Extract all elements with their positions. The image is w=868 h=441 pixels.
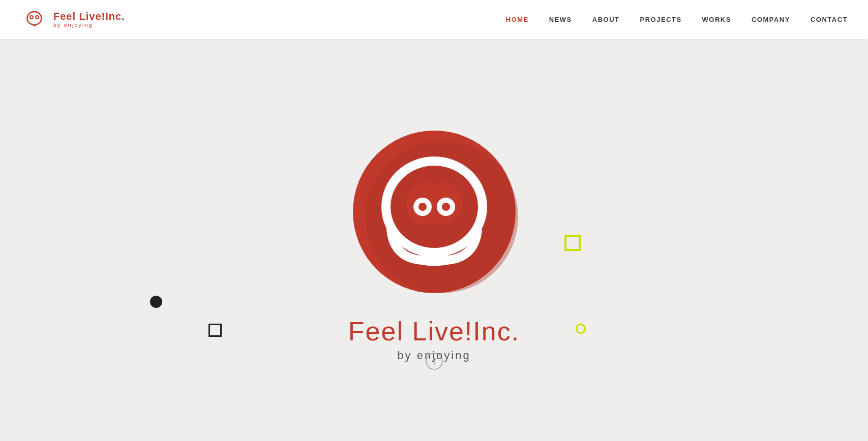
main-nav: HOME NEWS ABOUT PROJECTS WORKS COMPANY C… — [506, 16, 848, 23]
logo-sub-text: by enjoying — [53, 22, 125, 28]
nav-home[interactable]: HOME — [506, 16, 529, 23]
svg-point-3 — [36, 16, 39, 19]
scroll-down-icon — [425, 352, 443, 370]
hero-section: Feel Live!Inc. by enjoying — [0, 98, 868, 383]
nav-news[interactable]: NEWS — [549, 16, 572, 23]
nav-about[interactable]: ABOUT — [592, 16, 620, 23]
nav-projects[interactable]: PROJECTS — [640, 16, 682, 23]
main-content: Feel Live!Inc. by enjoying — [0, 0, 868, 441]
nav-contact[interactable]: CONTACT — [811, 16, 848, 23]
brand-text-main: Feel Live!Inc. — [348, 316, 520, 346]
deco-yellow-square — [564, 235, 581, 251]
scroll-indicator[interactable] — [425, 352, 443, 372]
logo-main-text: Feel Live!Inc. — [53, 11, 125, 22]
center-logo-svg — [348, 128, 521, 301]
svg-point-14 — [433, 358, 436, 361]
logo-text: Feel Live!Inc. by enjoying — [53, 11, 125, 28]
svg-point-2 — [30, 16, 33, 19]
deco-black-square — [208, 324, 222, 337]
svg-point-10 — [418, 203, 427, 211]
svg-point-12 — [442, 203, 450, 211]
header: Feel Live!Inc. by enjoying HOME NEWS ABO… — [0, 0, 868, 39]
nav-works[interactable]: WORKS — [702, 16, 731, 23]
svg-point-0 — [20, 6, 48, 34]
logo-icon — [20, 6, 48, 34]
logo[interactable]: Feel Live!Inc. by enjoying — [20, 6, 125, 34]
deco-black-circle — [150, 296, 162, 308]
deco-yellow-circle — [576, 324, 586, 334]
svg-point-1 — [27, 12, 42, 25]
nav-company[interactable]: COMPANY — [752, 16, 790, 23]
center-logo: Feel Live!Inc. by enjoying — [348, 128, 521, 362]
